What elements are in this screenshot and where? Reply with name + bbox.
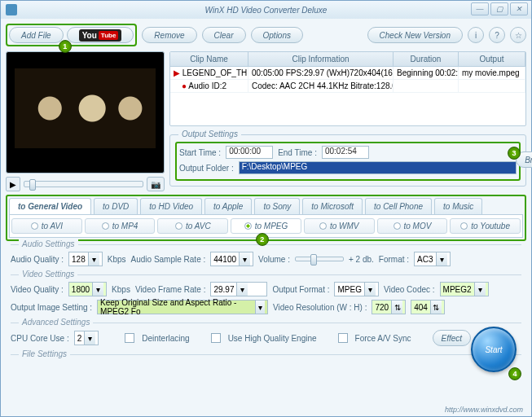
volume-label: Volume : bbox=[258, 255, 290, 264]
audio-quality-label: Audio Quality : bbox=[11, 255, 64, 264]
clip-list: Clip Name Clip Information Duration Outp… bbox=[169, 51, 526, 126]
tab-sony[interactable]: to Sony bbox=[254, 198, 300, 214]
tab-hd-video[interactable]: to HD Video bbox=[140, 198, 202, 214]
subtab-mov[interactable]: to MOV bbox=[377, 218, 448, 234]
remove-button[interactable]: Remove bbox=[142, 27, 196, 43]
video-fps-label: Video Frame Rate : bbox=[135, 285, 206, 294]
start-time-field[interactable]: 00:00:00 bbox=[226, 146, 273, 159]
deinterlacing-checkbox[interactable] bbox=[125, 333, 134, 343]
clip-row[interactable]: ▶ LEGEND_OF_THE_GU 00:05:00 FPS:29.97 (W… bbox=[170, 67, 525, 80]
footer-link[interactable]: http://www.winxdvd.com bbox=[445, 406, 523, 414]
audio-icon: ● bbox=[182, 81, 187, 90]
chevron-down-icon[interactable]: ▾ bbox=[84, 331, 95, 345]
close-button[interactable]: ✕ bbox=[510, 2, 528, 15]
video-settings-group: Video Settings Video Quality : 1800▾ Kbp… bbox=[11, 274, 521, 323]
col-output: Output bbox=[459, 52, 525, 66]
end-time-field[interactable]: 00:02:54 bbox=[322, 146, 369, 159]
col-duration: Duration bbox=[394, 52, 459, 66]
file-settings-group: File Settings bbox=[11, 354, 521, 363]
tab-cell-phone[interactable]: to Cell Phone bbox=[365, 198, 432, 214]
clear-button[interactable]: Clear bbox=[202, 27, 246, 43]
seek-thumb[interactable] bbox=[29, 179, 36, 191]
video-preview bbox=[6, 51, 165, 173]
stepper-icon[interactable]: ⇅ bbox=[430, 301, 442, 314]
add-file-button[interactable]: Add File bbox=[9, 27, 64, 43]
tab-music[interactable]: to Music bbox=[434, 198, 482, 214]
video-icon: ▶ bbox=[174, 68, 180, 77]
tab-microsoft[interactable]: to Microsoft bbox=[302, 198, 363, 214]
av-sync-checkbox[interactable] bbox=[338, 333, 348, 343]
audio-format-select[interactable]: AC3▾ bbox=[414, 252, 450, 266]
check-version-button[interactable]: Check New Version bbox=[367, 27, 463, 43]
cpu-core-select[interactable]: 2▾ bbox=[74, 331, 99, 345]
audio-rate-label: Audio Sample Rate : bbox=[131, 255, 206, 264]
output-folder-label: Output Folder : bbox=[179, 164, 234, 173]
video-codec-label: Video Codec : bbox=[384, 285, 435, 294]
output-format-select[interactable]: MPEG▾ bbox=[334, 282, 378, 296]
video-quality-select[interactable]: 1800▾ bbox=[68, 282, 107, 296]
subtab-avc[interactable]: to AVC bbox=[157, 218, 228, 234]
snapshot-button[interactable]: 📷 bbox=[147, 177, 165, 191]
play-button[interactable]: ▶ bbox=[6, 177, 20, 191]
stepper-icon[interactable]: ⇅ bbox=[391, 301, 402, 314]
highlight-1: Add File YouTube 1 bbox=[6, 24, 137, 46]
subtab-youtube[interactable]: to Youtube bbox=[450, 218, 521, 234]
video-codec-select[interactable]: MPEG2▾ bbox=[440, 282, 489, 296]
chevron-down-icon[interactable]: ▾ bbox=[92, 283, 103, 296]
badge-1: 1 bbox=[59, 40, 72, 53]
info-icon[interactable]: i bbox=[468, 27, 484, 43]
output-format-label: Output Format : bbox=[272, 285, 329, 294]
chevron-down-icon[interactable]: ▾ bbox=[88, 252, 99, 266]
output-image-label: Output Image Setting : bbox=[11, 303, 92, 312]
subtab-mpeg[interactable]: to MPEG bbox=[231, 218, 301, 234]
format-tabs: to General Video to DVD to HD Video to A… bbox=[9, 198, 523, 215]
chevron-down-icon[interactable]: ▾ bbox=[255, 301, 265, 314]
audio-quality-select[interactable]: 128▾ bbox=[68, 252, 103, 266]
main-toolbar: Add File YouTube 1 Remove Clear Options … bbox=[6, 24, 526, 46]
chevron-down-icon[interactable]: ▾ bbox=[474, 283, 486, 296]
col-clip-name: Clip Name bbox=[170, 52, 248, 66]
volume-thumb[interactable] bbox=[310, 254, 317, 266]
audio-settings-group: Audio Settings Audio Quality : 128▾ Kbps… bbox=[11, 244, 521, 274]
chevron-down-icon[interactable]: ▾ bbox=[236, 283, 248, 296]
seek-slider[interactable] bbox=[24, 181, 143, 187]
chevron-down-icon[interactable]: ▾ bbox=[239, 252, 250, 266]
youtube-button[interactable]: YouTube bbox=[67, 27, 134, 43]
subtab-mp4[interactable]: to MP4 bbox=[85, 218, 156, 234]
maximize-button[interactable]: ▢ bbox=[490, 2, 508, 15]
options-button[interactable]: Options bbox=[251, 27, 303, 43]
start-time-label: Start Time : bbox=[179, 148, 221, 157]
cpu-core-label: CPU Core Use : bbox=[11, 334, 69, 343]
highlight-2: to General Video to DVD to HD Video to A… bbox=[6, 195, 526, 241]
tab-dvd[interactable]: to DVD bbox=[94, 198, 138, 214]
badge-4: 4 bbox=[508, 367, 521, 380]
volume-slider[interactable] bbox=[295, 257, 344, 261]
hq-engine-checkbox[interactable] bbox=[211, 333, 221, 343]
video-fps-select[interactable]: 29.97▾ bbox=[210, 282, 267, 296]
tab-apple[interactable]: to Apple bbox=[204, 198, 252, 214]
start-button[interactable]: Start bbox=[471, 327, 517, 372]
help-icon[interactable]: ? bbox=[489, 27, 505, 43]
clip-row[interactable]: ● Audio ID:2 Codec: AAC 2CH 44.1KHz Bitr… bbox=[170, 80, 525, 93]
audio-rate-select[interactable]: 44100▾ bbox=[210, 252, 253, 266]
output-folder-field[interactable]: F:\Desktop\MPEG bbox=[239, 161, 517, 174]
output-image-select[interactable]: Keep Original Size and Aspect Ratio - MP… bbox=[97, 300, 268, 314]
about-icon[interactable]: ☆ bbox=[510, 27, 526, 43]
chevron-down-icon[interactable]: ▾ bbox=[364, 283, 376, 296]
badge-2: 2 bbox=[256, 233, 269, 246]
end-time-label: End Time : bbox=[278, 148, 317, 157]
effect-button[interactable]: Effect bbox=[433, 330, 472, 346]
badge-3: 3 bbox=[508, 147, 521, 160]
tab-general-video[interactable]: to General Video bbox=[9, 198, 91, 214]
subtab-avi[interactable]: to AVI bbox=[11, 218, 82, 234]
res-height-field[interactable]: 404⇅ bbox=[411, 300, 445, 314]
audio-format-label: Format : bbox=[379, 255, 409, 264]
chevron-down-icon[interactable]: ▾ bbox=[436, 252, 447, 266]
advanced-settings-group: Advanced Settings CPU Core Use : 2▾ Dein… bbox=[11, 323, 521, 354]
app-window: WinX HD Video Converter Deluxe — ▢ ✕ Add… bbox=[0, 0, 532, 417]
col-clip-info: Clip Information bbox=[248, 52, 394, 66]
minimize-button[interactable]: — bbox=[471, 2, 489, 15]
res-width-field[interactable]: 720⇅ bbox=[372, 300, 406, 314]
preview-panel: ▶ 📷 bbox=[6, 51, 165, 191]
subtab-wmv[interactable]: to WMV bbox=[304, 218, 375, 234]
